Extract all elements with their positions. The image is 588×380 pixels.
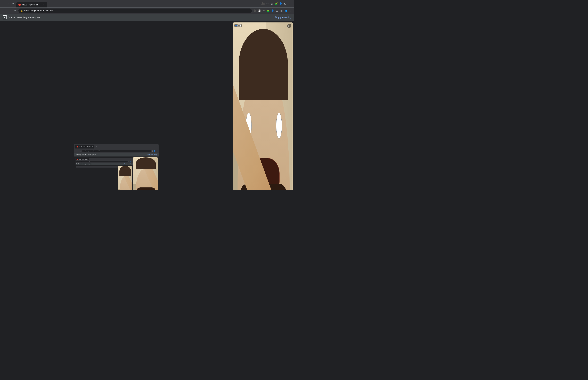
level2-url: meet.google.com/tnj-esni-ikb [76, 161, 128, 162]
browser-chrome: ← → ↻ Meet - tnj-esni-ikb ✕ + 🎥 ☆ ★ 🧩 👤 … [0, 0, 294, 7]
level2-favicon [77, 159, 78, 160]
level2-participants: François Beaufort You [118, 166, 132, 190]
refresh-button[interactable]: ↻ [11, 2, 15, 6]
inner-tab-1: Meet - tnj-esni-ikb ✕ [75, 145, 95, 149]
level3-preview: 11:22 AM · tnj-esni-ikb [76, 166, 118, 190]
present-screen-icon: ▶ [3, 15, 7, 19]
inner-toolbar-icons-1: ⚙ 👤 ⋮ [152, 150, 158, 152]
expand-btn-large[interactable]: ⛶ [287, 24, 291, 28]
francois-video-large [233, 22, 293, 190]
profile-icon[interactable]: 👤 [279, 2, 283, 5]
level2-present-text: You're presenting to everyone [76, 163, 92, 165]
hair-large [239, 29, 288, 100]
inner-url-text-1: meet.google.com/tnj-esni-ikb [83, 150, 100, 152]
participant-tile-francois-large: ⛶ François Beaufort [233, 22, 293, 190]
level2-francois-tile: François Beaufort [118, 166, 132, 190]
eyes-area [246, 113, 282, 139]
presenting-text: You're presenting to everyone [8, 16, 40, 19]
browser-toolbar-icons: 🎥 💾 ★ 🧩 👤 ☰ ◫ 👥 ⋮ [253, 9, 292, 12]
more-browser-icon[interactable]: ⋮ [288, 9, 292, 12]
save-icon[interactable]: 💾 [258, 9, 261, 12]
presenting-banner: ▶ You're presenting to everyone Stop pre… [0, 14, 294, 21]
francois-tile-action-bar-large [234, 24, 242, 27]
level1-participants: François Beaufort You [133, 157, 158, 190]
level3-content: 11:22 AM · tnj-esni-ikb [76, 168, 118, 190]
tab-close-button[interactable]: ✕ [42, 3, 45, 6]
inner-url-box-1: meet.google.com/tnj-esni-ikb [82, 150, 151, 152]
forward-button[interactable]: → [6, 2, 10, 6]
level1-face [133, 157, 158, 190]
francois-face-large [233, 22, 293, 190]
level2-url-text: meet.google.com/tnj-esni-ikb [77, 161, 90, 162]
deep-preview-1: Meet - tnj-esni-ikb meet.google.com/tnj-… [76, 158, 133, 190]
lock-icon: 🔒 [20, 10, 23, 12]
back-button[interactable]: ← [1, 2, 5, 6]
level2-browser-bar: Meet - tnj-esni-ikb [76, 158, 133, 161]
star-icon-addr[interactable]: ★ [262, 9, 266, 12]
level2-address: meet.google.com/tnj-esni-ikb ⚙ 👤 ⋮ [76, 161, 133, 163]
l1-beard [137, 188, 155, 190]
level2-icons: ⚙ 👤 ⋮ [128, 161, 132, 162]
meet-app: ▶ You're presenting to everyone Stop pre… [0, 14, 294, 190]
tab-bar: Meet - tnj-esni-ikb ✕ + [16, 0, 257, 7]
tab-search-icon[interactable]: ☰ [275, 9, 279, 12]
prof-icon[interactable]: 👤 [271, 9, 274, 12]
camera-icon[interactable]: 🎥 [261, 2, 265, 5]
addr-back[interactable]: ← [2, 9, 6, 13]
inner-presenting-banner-1: You're presenting to everyone Stop prese… [74, 153, 159, 156]
level3-bar [76, 166, 118, 168]
address-bar[interactable]: 🔒 meet.google.com/tnj-esni-ikb [18, 8, 252, 13]
level2-banner: You're presenting to everyone Stop prese… [76, 163, 133, 165]
star-icon[interactable]: ★ [270, 2, 274, 5]
cam-icon[interactable]: 🎥 [253, 9, 257, 12]
eye-right [276, 113, 282, 139]
address-bar-row: ← → ↻ 🔒 meet.google.com/tnj-esni-ikb 🎥 💾… [0, 7, 294, 14]
inner-presenting-text-1: You're presenting to everyone [76, 154, 96, 155]
inner-new-tab-1: + [95, 145, 97, 148]
screen-share-area: Meet - tnj-esni-ikb ✕ + ← → ↻ meet.googl… [0, 21, 233, 190]
ext-icon[interactable]: 🧩 [266, 9, 270, 12]
addr-forward[interactable]: → [7, 9, 12, 13]
action-dot-large [235, 25, 237, 26]
inner-tab-close-1: ✕ [92, 146, 93, 148]
level2-stop: Stop presenting [124, 163, 132, 165]
hair-shape [119, 166, 131, 176]
settings-icon[interactable]: ⚙ [284, 2, 287, 5]
split-icon[interactable]: ◫ [280, 9, 283, 12]
menu-icon[interactable]: ⋮ [288, 2, 291, 5]
l1-hair [136, 157, 156, 170]
level2-face-large [118, 166, 132, 190]
stop-presenting-button[interactable]: Stop presenting [275, 16, 291, 19]
url-text: meet.google.com/tnj-esni-ikb [24, 9, 53, 12]
extensions-icon[interactable]: 🧩 [275, 2, 278, 5]
expand-icon-large: ⛶ [288, 25, 290, 27]
inner-refresh-1: ↻ [80, 150, 81, 152]
level2-tab: Meet - tnj-esni-ikb [76, 158, 89, 160]
browser-nav-buttons: ← → ↻ [1, 2, 15, 6]
level2-title: Meet - tnj-esni-ikb [79, 159, 88, 160]
inner-address-bar-1: ← → ↻ meet.google.com/tnj-esni-ikb ⚙ 👤 ⋮ [74, 149, 159, 153]
new-tab-button[interactable]: + [48, 3, 52, 7]
main-content: Meet - tnj-esni-ikb ✕ + ← → ↻ meet.googl… [0, 21, 294, 190]
bookmark-icon[interactable]: ☆ [266, 2, 269, 5]
inner-tab-label-1: Meet - tnj-esni-ikb [79, 146, 91, 148]
tab-title: Meet - tnj-esni-ikb [22, 3, 41, 6]
inner-back-1: ← [75, 150, 77, 152]
inner-tab-favicon-1 [76, 146, 78, 148]
screen-preview: Meet - tnj-esni-ikb ✕ + ← → ↻ meet.googl… [74, 144, 159, 190]
addr-refresh[interactable]: ↻ [13, 9, 17, 13]
presenting-left: ▶ You're presenting to everyone [3, 15, 40, 19]
browser-tab-meet[interactable]: Meet - tnj-esni-ikb ✕ [16, 2, 47, 7]
screen-icon-large [238, 24, 241, 27]
participants-column: ⛶ François Beaufort You ⛶ [233, 21, 294, 190]
inner-meet-content-1: Meet - tnj-esni-ikb meet.google.com/tnj-… [74, 156, 159, 190]
tab-favicon [18, 3, 21, 6]
inner-fwd-1: → [77, 150, 79, 152]
inner-stop-btn-1: Stop presenting [147, 154, 157, 155]
level1-francois-tile: François Beaufort [133, 157, 158, 190]
profile-2-icon[interactable]: 👥 [284, 9, 287, 12]
level2-meet-content: 11:22 AM · tnj-esni-ikb [76, 165, 133, 190]
inner-browser-bar-1: Meet - tnj-esni-ikb ✕ + [74, 144, 159, 149]
